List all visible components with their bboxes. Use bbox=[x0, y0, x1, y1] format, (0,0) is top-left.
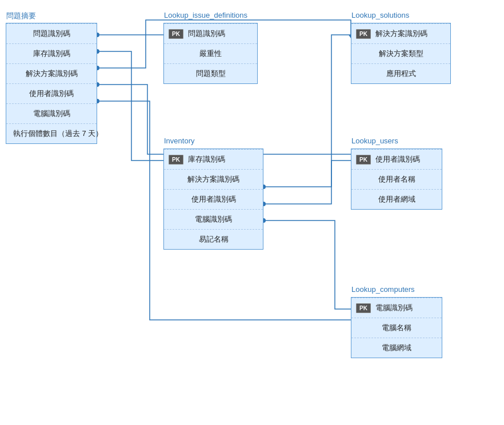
table-title-lookup-issue-definitions: Lookup_issue_definitions bbox=[164, 11, 247, 19]
table-row: 電腦識別碼 bbox=[6, 103, 97, 123]
table-row: 應用程式 bbox=[351, 63, 450, 83]
pk-badge: PK bbox=[169, 155, 183, 165]
table-row: 使用者識別碼 bbox=[164, 189, 263, 209]
table-row: 使用者識別碼 bbox=[6, 83, 97, 103]
table-row: 問題識別碼 bbox=[6, 23, 97, 43]
table-lookup-issue-definitions: Lookup_issue_definitions PK 問題識別碼 嚴重性 問題… bbox=[163, 23, 258, 84]
field-name: 庫存識別碼 bbox=[188, 154, 258, 165]
table-row-pk: PK 問題識別碼 bbox=[164, 23, 257, 43]
field-name: 解決方案識別碼 bbox=[375, 29, 446, 39]
table-lookup-computers: Lookup_computers PK 電腦識別碼 電腦名稱 電腦網域 bbox=[351, 297, 442, 358]
table-issue-summary: 問題摘要 問題識別碼 庫存識別碼 解決方案識別碼 使用者識別碼 電腦識別碼 執行… bbox=[6, 23, 97, 144]
table-row-pk: PK 使用者識別碼 bbox=[351, 149, 442, 169]
field-name: 電腦識別碼 bbox=[375, 303, 437, 313]
table-row: 電腦名稱 bbox=[351, 318, 442, 338]
table-row: 嚴重性 bbox=[164, 43, 257, 63]
pk-badge: PK bbox=[356, 155, 371, 165]
table-row: 使用者網域 bbox=[351, 189, 442, 209]
table-row: 電腦識別碼 bbox=[164, 209, 263, 229]
table-row: 解決方案類型 bbox=[351, 43, 450, 63]
table-row: 使用者名稱 bbox=[351, 169, 442, 189]
table-lookup-users: Lookup_users PK 使用者識別碼 使用者名稱 使用者網域 bbox=[351, 149, 442, 210]
table-row: 執行個體數目（過去 7 天） bbox=[6, 123, 97, 143]
table-row: 易記名稱 bbox=[164, 229, 263, 249]
table-title-lookup-solutions: Lookup_solutions bbox=[351, 11, 409, 19]
field-name: 問題識別碼 bbox=[188, 29, 253, 39]
table-row: 解決方案識別碼 bbox=[164, 169, 263, 189]
table-row-pk: PK 電腦識別碼 bbox=[351, 298, 442, 318]
pk-badge: PK bbox=[356, 29, 371, 39]
table-row: 庫存識別碼 bbox=[6, 43, 97, 63]
diagram-container: 問題摘要 問題識別碼 庫存識別碼 解決方案識別碼 使用者識別碼 電腦識別碼 執行… bbox=[0, 0, 504, 425]
table-row: 電腦網域 bbox=[351, 338, 442, 358]
table-row-pk: PK 庫存識別碼 bbox=[164, 149, 263, 169]
table-title-inventory: Inventory bbox=[164, 137, 194, 145]
table-title-lookup-users: Lookup_users bbox=[351, 137, 398, 145]
table-row-pk: PK 解決方案識別碼 bbox=[351, 23, 450, 43]
pk-badge: PK bbox=[169, 29, 183, 39]
table-lookup-solutions: Lookup_solutions PK 解決方案識別碼 解決方案類型 應用程式 bbox=[351, 23, 451, 84]
field-name: 使用者識別碼 bbox=[375, 154, 437, 165]
table-row: 解決方案識別碼 bbox=[6, 63, 97, 83]
table-inventory: Inventory PK 庫存識別碼 解決方案識別碼 使用者識別碼 電腦識別碼 … bbox=[163, 149, 263, 250]
table-row: 問題類型 bbox=[164, 63, 257, 83]
pk-badge: PK bbox=[356, 303, 371, 313]
table-title-issue-summary: 問題摘要 bbox=[6, 11, 36, 21]
table-title-lookup-computers: Lookup_computers bbox=[351, 285, 415, 294]
